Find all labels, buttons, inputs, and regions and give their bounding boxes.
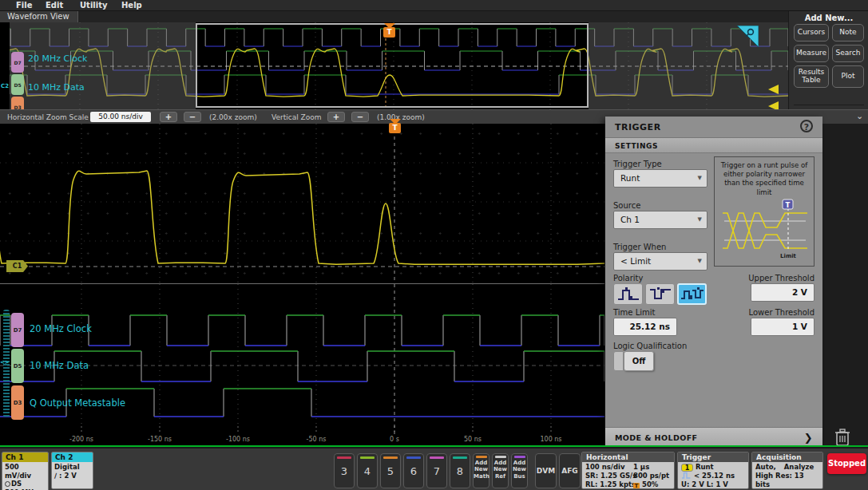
main-axis-tick: -200 ns — [69, 436, 93, 443]
chevron-down-icon: ▼ — [698, 253, 702, 270]
channel-5-button[interactable]: 5 — [380, 453, 401, 488]
tab-waveform-view[interactable]: Waveform View — [0, 11, 78, 22]
positive-runt-icon — [616, 286, 640, 302]
ch5-color-stripe — [383, 456, 398, 459]
menu-file[interactable]: File — [16, 1, 32, 10]
stopped-button[interactable]: Stopped — [827, 453, 866, 474]
v-zoom-plus-button[interactable]: + — [327, 112, 345, 122]
trigger-source-badge: 1 — [681, 464, 693, 472]
channel-6-button[interactable]: 6 — [403, 453, 424, 488]
v-zoom-label: Vertical Zoom — [271, 113, 322, 121]
ch2-badge[interactable]: Ch 2 Digital ∕ : 2 V — [51, 452, 93, 489]
lower-threshold-input[interactable]: 1 V — [751, 318, 814, 336]
h-zoom-scale-value[interactable]: 50.00 ns/div — [90, 112, 151, 122]
add-measure-button[interactable]: Measure — [794, 45, 829, 62]
polarity-negative-button[interactable] — [645, 283, 675, 305]
help-icon[interactable]: ? — [800, 120, 813, 132]
trigger-marker-t-icon: T — [389, 123, 401, 133]
add-results-table-button[interactable]: Results Table — [794, 65, 829, 88]
trigger-settings-panel: TRIGGER ? SETTINGS Trigger Type Runt ▼ T… — [605, 117, 822, 449]
tab-row: Waveform View — [0, 11, 868, 22]
trigger-source-value: Ch 1 — [620, 215, 640, 224]
channel-8-button[interactable]: 8 — [450, 453, 470, 488]
trigger-status-panel[interactable]: Trigger 1 Runt < 25.12 ns U: 2 V L: 1 V — [677, 452, 749, 489]
add-cursors-button[interactable]: Cursors — [794, 24, 829, 41]
upper-threshold-input[interactable]: 2 V — [751, 283, 814, 302]
trigger-source-dropdown[interactable]: Ch 1 ▼ — [613, 211, 707, 229]
afg-button[interactable]: AFG — [559, 453, 581, 488]
trigger-condition: < 25.12 ns — [694, 472, 735, 480]
main-axis-tick: 100 ns — [540, 436, 561, 443]
add-new-bus-button[interactable]: Add New Bus — [511, 453, 528, 488]
horizontal-status-panel[interactable]: Horizontal 100 ns/div 1 µs SR: 1.25 GS/s… — [581, 452, 675, 489]
upper-threshold-label: Upper Threshold — [748, 274, 814, 283]
main-waveform-view[interactable]: C1 <> D7 D5 D3 20 MHz Clock 10 MHz Data … — [0, 124, 604, 445]
channel-6-label: 6 — [404, 465, 423, 477]
main-axis-tick: -100 ns — [226, 436, 250, 443]
add-search-button[interactable]: Search — [832, 45, 864, 62]
channel-3-button[interactable]: 3 — [334, 453, 355, 488]
add-new-math-button[interactable]: Add New Math — [473, 453, 489, 488]
add-plot-button[interactable]: Plot — [832, 65, 864, 88]
trigger-marker-t-icon: T — [383, 27, 395, 38]
v-zoom-minus-button[interactable]: − — [351, 112, 369, 122]
zoom-overview-icon[interactable] — [737, 26, 759, 47]
h-zoom-factor: (2.00x zoom) — [209, 113, 257, 121]
trigger-type-dropdown[interactable]: Runt ▼ — [613, 169, 707, 188]
trigger-when-dropdown[interactable]: < Limit ▼ — [613, 252, 707, 271]
overview-trigger-marker[interactable]: T — [383, 23, 395, 38]
trigger-title: Trigger — [678, 452, 748, 462]
overview-badge-d5[interactable]: D5 — [11, 74, 24, 95]
acq-analyze: Analyze — [784, 463, 814, 472]
overview-badge-d7[interactable]: D7 — [11, 52, 24, 73]
overview-label-clock: 20 MHz Clock — [28, 53, 87, 64]
menu-help[interactable]: Help — [121, 1, 142, 10]
probe-icon — [5, 481, 10, 487]
ch1-badge[interactable]: Ch 1 500 mV/div DS 500 MHz — [2, 452, 49, 490]
h-zoom-minus-button[interactable]: − — [184, 112, 201, 122]
waveform-overview[interactable]: D7 D5 D3 20 MHz Clock 10 MHz Data Q Outp… — [0, 22, 788, 109]
h-zoom-plus-button[interactable]: + — [160, 112, 177, 122]
negative-runt-icon — [648, 286, 672, 302]
polarity-either-button[interactable] — [677, 283, 707, 305]
ch3-color-stripe — [337, 456, 351, 459]
h-recordlength: RL: 1.25 kpts — [585, 480, 636, 489]
add-new-ref-button[interactable]: Add New Ref — [492, 453, 509, 488]
digital-label-clock: 20 MHz Clock — [30, 323, 92, 334]
collapse-chevron-icon[interactable]: ⌄ — [856, 111, 863, 121]
main-trigger-marker[interactable]: T — [389, 119, 401, 133]
digital-badge-d5[interactable]: D5 — [11, 349, 24, 383]
trigger-panel-title: TRIGGER — [615, 122, 661, 132]
polarity-positive-button[interactable] — [613, 283, 643, 305]
time-limit-input[interactable]: 25.12 ns — [613, 318, 677, 336]
digital-badge-d3[interactable]: D3 — [11, 385, 24, 420]
logic-qualification-toggle[interactable] — [613, 351, 624, 371]
trigger-info-text: Trigger on a runt pulse of either polari… — [721, 161, 807, 196]
overview-c2-marker[interactable]: C2 — [1, 83, 9, 89]
h-zoom-scale-label: Horizontal Zoom Scale — [7, 113, 89, 121]
menu-utility[interactable]: Utility — [80, 1, 107, 10]
diagram-t-marker: T — [786, 200, 791, 208]
acquisition-title: Acquisition — [752, 452, 822, 462]
logic-qualification-off-button[interactable]: Off — [624, 351, 654, 371]
sidebar-separator — [794, 105, 864, 105]
position-marker-icon: T — [633, 483, 640, 489]
acquisition-status-panel[interactable]: Acquisition Auto,Analyze High Res: 13 bi… — [751, 452, 823, 489]
either-runt-icon — [680, 286, 704, 302]
channel-5-label: 5 — [381, 465, 400, 477]
add-math-label: Add New Math — [474, 460, 489, 480]
trigger-when-label: Trigger When — [613, 243, 666, 251]
channel-7-button[interactable]: 7 — [426, 453, 447, 488]
bus-color-stripe — [514, 456, 525, 458]
menu-edit[interactable]: Edit — [46, 1, 63, 10]
dvm-button[interactable]: DVM — [535, 453, 557, 488]
ch4-color-stripe — [360, 456, 375, 459]
digital-c2-marker[interactable]: <> — [0, 359, 10, 366]
channel-4-button[interactable]: 4 — [357, 453, 378, 488]
trash-icon[interactable] — [834, 428, 851, 447]
ch1-name: Ch 1 — [2, 452, 48, 462]
upper-threshold-arrow-icon[interactable] — [768, 85, 779, 94]
digital-badge-d7[interactable]: D7 — [11, 313, 24, 347]
add-note-button[interactable]: Note — [832, 24, 864, 41]
mode-holdoff-section[interactable]: MODE & HOLDOFF ❯ — [605, 427, 822, 447]
